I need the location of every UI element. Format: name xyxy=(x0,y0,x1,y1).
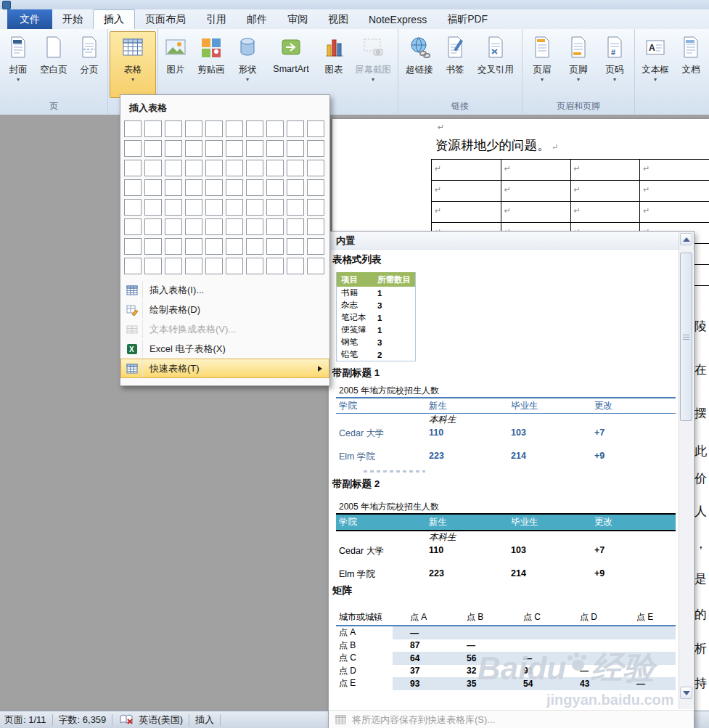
table-grid-cell[interactable] xyxy=(266,258,284,274)
tab-页面布局[interactable]: 页面布局 xyxy=(135,9,196,29)
table-grid-cell[interactable] xyxy=(144,120,162,137)
empty-table-cell[interactable]: ↵ xyxy=(570,202,640,223)
empty-table-cell[interactable]: ↵ xyxy=(640,181,709,202)
table-grid-cell[interactable] xyxy=(185,160,202,176)
menu-item-Excel 电子表格[interactable]: XExcel 电子表格(X) xyxy=(120,339,329,359)
table-grid-cell[interactable] xyxy=(144,160,162,176)
table-grid-cell[interactable] xyxy=(246,218,263,235)
blank-page-button[interactable]: 空白页 xyxy=(35,31,73,98)
table-grid-cell[interactable] xyxy=(226,218,243,235)
table-grid-cell[interactable] xyxy=(144,238,162,255)
table-grid-cell[interactable] xyxy=(205,238,223,255)
table-grid-cell[interactable] xyxy=(124,238,142,255)
table-grid-cell[interactable] xyxy=(287,199,304,216)
table-grid-cell[interactable] xyxy=(165,179,182,196)
cover-page-button[interactable]: 封面▾ xyxy=(1,31,35,98)
flyout-scrollbar[interactable] xyxy=(679,232,693,709)
bookmark-button[interactable]: 书签 xyxy=(439,31,471,98)
table-grid-cell[interactable] xyxy=(287,258,304,274)
table-grid-cell[interactable] xyxy=(124,160,142,176)
empty-table-cell[interactable]: ↵ xyxy=(640,202,709,223)
header-button[interactable]: 页眉▾ xyxy=(524,31,560,98)
table-grid-cell[interactable] xyxy=(226,160,243,176)
doc-parts-button[interactable]: 文档 xyxy=(674,31,708,98)
table-grid-cell[interactable] xyxy=(246,238,263,255)
empty-table-cell[interactable]: ↵ xyxy=(501,181,570,202)
table-grid-cell[interactable] xyxy=(246,179,263,196)
table-grid-cell[interactable] xyxy=(165,160,182,176)
empty-table-cell[interactable]: ↵ xyxy=(570,181,640,202)
empty-table-cell[interactable]: ↵ xyxy=(640,160,709,181)
table-grid-cell[interactable] xyxy=(287,140,304,157)
picture-button[interactable]: 图片 xyxy=(160,31,192,98)
table-grid-cell[interactable] xyxy=(144,199,162,216)
quick-table-tabular-list[interactable]: 项目所需数目书籍1杂志3笔记本1便笺簿1钢笔3铅笔2 xyxy=(336,272,416,361)
table-grid-cell[interactable] xyxy=(124,218,142,235)
table-grid-cell[interactable] xyxy=(266,199,284,216)
table-grid-cell[interactable] xyxy=(205,140,223,157)
status-insert-mode[interactable]: 插入 xyxy=(189,713,220,727)
empty-table-cell[interactable]: ↵ xyxy=(501,160,570,181)
table-grid-cell[interactable] xyxy=(226,258,243,274)
table-grid-cell[interactable] xyxy=(124,179,142,196)
table-grid-cell[interactable] xyxy=(144,218,162,235)
tab-file[interactable]: 文件 xyxy=(7,9,52,29)
scroll-down-button[interactable] xyxy=(680,687,692,699)
table-grid-cell[interactable] xyxy=(165,140,182,157)
table-grid-cell[interactable] xyxy=(205,258,223,274)
status-language[interactable]: 英语(美国) xyxy=(137,713,189,727)
table-grid-cell[interactable] xyxy=(185,140,202,157)
table-grid-cell[interactable] xyxy=(165,199,182,216)
tab-开始[interactable]: 开始 xyxy=(52,9,93,29)
table-grid-cell[interactable] xyxy=(246,258,263,274)
table-grid-cell[interactable] xyxy=(307,160,324,176)
table-grid-cell[interactable] xyxy=(287,179,304,196)
table-grid-cell[interactable] xyxy=(144,258,162,274)
chart-button[interactable]: 图表 xyxy=(318,31,350,98)
table-grid-cell[interactable] xyxy=(246,160,263,176)
table-grid-cell[interactable] xyxy=(144,140,162,157)
scroll-up-button[interactable] xyxy=(680,233,692,245)
table-grid-cell[interactable] xyxy=(307,120,324,137)
footer-button[interactable]: 页脚▾ xyxy=(560,31,597,98)
table-grid-cell[interactable] xyxy=(205,218,223,235)
table-grid-cell[interactable] xyxy=(205,199,223,216)
empty-table-cell[interactable]: ↵ xyxy=(432,160,501,181)
table-grid-cell[interactable] xyxy=(185,218,202,235)
table-grid-cell[interactable] xyxy=(185,258,202,274)
table-grid-cell[interactable] xyxy=(226,179,243,196)
table-grid-cell[interactable] xyxy=(266,140,284,157)
menu-item-快速表格[interactable]: 快速表格(T) xyxy=(120,359,329,378)
table-grid-cell[interactable] xyxy=(266,238,284,255)
table-grid-cell[interactable] xyxy=(165,238,182,255)
empty-table-cell[interactable]: ↵ xyxy=(570,160,640,181)
table-grid-cell[interactable] xyxy=(205,120,223,137)
table-grid-cell[interactable] xyxy=(185,179,202,196)
cross-reference-button[interactable]: 交叉引用 xyxy=(471,31,520,98)
table-grid-cell[interactable] xyxy=(226,199,243,216)
tab-插入[interactable]: 插入 xyxy=(93,9,135,29)
table-grid-cell[interactable] xyxy=(205,160,223,176)
spellcheck-icon[interactable] xyxy=(120,714,134,725)
quick-table-matrix[interactable]: 城市或城镇点 A点 B点 C点 D点 E点 A—点 B87—点 C6456—点 … xyxy=(336,609,676,690)
table-grid-cell[interactable] xyxy=(165,218,182,235)
scrollbar-thumb[interactable] xyxy=(680,253,692,421)
table-grid-cell[interactable] xyxy=(226,140,243,157)
page-break-button[interactable]: 分页 xyxy=(73,31,106,98)
table-grid-cell[interactable] xyxy=(307,179,324,196)
quick-table-subtitle-2[interactable]: 学院新生毕业生更改本科生Cedar 大学110103+7Elm 学院223214… xyxy=(336,513,676,590)
table-grid-cell[interactable] xyxy=(266,179,284,196)
tab-视图[interactable]: 视图 xyxy=(318,9,358,29)
table-grid-cell[interactable] xyxy=(287,218,304,235)
table-grid-cell[interactable] xyxy=(165,258,182,274)
table-grid-cell[interactable] xyxy=(165,120,182,137)
table-grid-cell[interactable] xyxy=(185,199,202,216)
menu-item-插入表格[interactable]: 插入表格(I)... xyxy=(120,280,329,300)
tab-审阅[interactable]: 审阅 xyxy=(277,9,318,29)
empty-table-cell[interactable]: ↵ xyxy=(432,181,501,202)
table-grid-cell[interactable] xyxy=(307,238,324,255)
table-grid-cell[interactable] xyxy=(185,120,202,137)
empty-table-cell[interactable]: ↵ xyxy=(432,202,501,223)
shapes-button[interactable]: 形状▾ xyxy=(231,31,264,98)
table-button[interactable]: 表格▾ xyxy=(110,31,156,98)
